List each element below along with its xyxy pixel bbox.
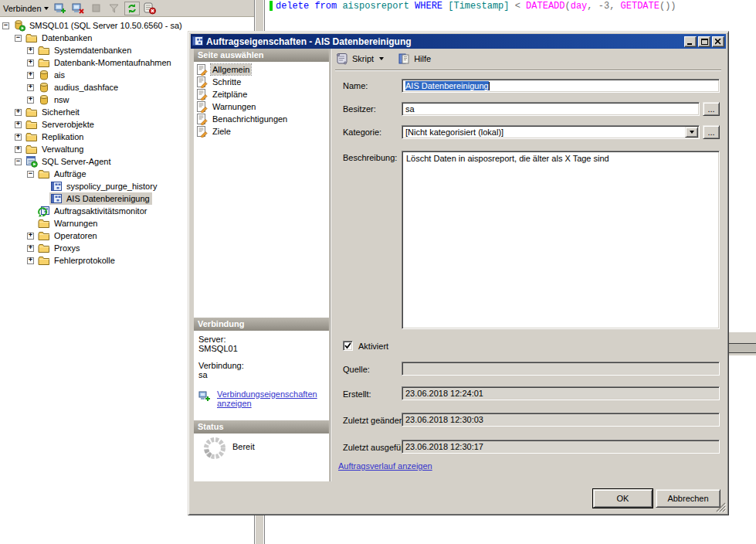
toolbar-separator	[335, 70, 721, 71]
collapse-icon[interactable]: −	[15, 35, 22, 42]
description-label: Beschreibung:	[343, 153, 397, 162]
tree-item-label: Auftragsaktivitätsmonitor	[53, 206, 148, 216]
expand-icon[interactable]: +	[27, 72, 34, 79]
expand-icon[interactable]: +	[27, 257, 34, 264]
folder-icon	[38, 242, 50, 254]
tree-item-label: Datenbank-Momentaufnahmen	[53, 57, 173, 68]
modified-field: 23.06.2018 12:30:03	[402, 413, 720, 427]
expand-icon[interactable]: +	[15, 109, 22, 116]
expand-icon[interactable]: +	[27, 47, 34, 54]
tree-item-label: Replikation	[40, 131, 85, 142]
folder-icon	[25, 131, 38, 143]
combo-dropdown-icon[interactable]	[685, 127, 698, 138]
created-field: 23.06.2018 12:24:01	[402, 386, 720, 400]
name-input[interactable]: AIS Datenbereinigung	[402, 79, 720, 93]
folder-icon	[25, 118, 38, 131]
category-select[interactable]: [Nicht kategorisiert (lokal)]	[402, 125, 700, 139]
tree-item[interactable]: −SMSQL01 (SQL Server 10.50.6560 - sa)	[0, 19, 254, 32]
expand-icon[interactable]: +	[27, 60, 34, 66]
script-icon[interactable]	[335, 53, 348, 65]
job-icon	[50, 192, 63, 205]
tree-item-label: Datenbanken	[40, 32, 93, 43]
connection-label: Verbindung:	[198, 361, 326, 370]
owner-browse-button[interactable]: ...	[703, 102, 720, 116]
folder-icon	[25, 143, 38, 155]
folder-icon	[38, 217, 50, 230]
script-button[interactable]: Skript	[352, 54, 374, 63]
folder-icon	[38, 44, 50, 56]
progress-spinner-icon	[202, 436, 227, 462]
filter-icon	[107, 2, 122, 15]
source-field	[402, 362, 720, 376]
script-error-icon[interactable]	[142, 2, 158, 15]
enabled-label: Aktiviert	[358, 342, 388, 351]
resize-grip[interactable]	[716, 502, 726, 512]
query-token: ())	[659, 1, 676, 12]
page-icon	[195, 63, 208, 76]
script-dropdown-icon[interactable]	[379, 57, 384, 60]
collapse-icon[interactable]: −	[15, 158, 22, 165]
dialog-title: Auftragseigenschaften - AIS Datenbereini…	[206, 36, 683, 47]
query-token: aisposreport	[342, 1, 415, 12]
category-label: Kategorie:	[343, 128, 381, 137]
connect-dropdown-button[interactable]: Verbinden	[1, 3, 51, 14]
enabled-checkbox[interactable]	[343, 341, 353, 351]
monitor-icon	[38, 205, 50, 217]
tree-item-label: SMSQL01 (SQL Server 10.50.6560 - sa)	[28, 20, 184, 31]
tree-item-label: Proxys	[53, 243, 82, 253]
name-label: Name:	[343, 81, 368, 90]
page-item-ziele[interactable]: Ziele	[195, 125, 327, 138]
help-button[interactable]: Hilfe	[414, 54, 431, 63]
ok-button[interactable]: OK	[593, 489, 653, 508]
owner-input[interactable]: sa	[402, 102, 700, 116]
job-history-link[interactable]: Auftragsverlauf anzeigen	[338, 461, 432, 471]
category-value: [Nicht kategorisiert (lokal)]	[405, 128, 503, 137]
expand-icon[interactable]: +	[27, 233, 34, 240]
executed-field: 23.06.2018 12:30:17	[402, 440, 720, 454]
category-browse-button[interactable]: ...	[703, 125, 720, 139]
help-icon[interactable]	[398, 53, 410, 65]
expand-icon[interactable]: +	[15, 121, 22, 128]
connection-header: Verbindung	[194, 318, 329, 331]
tree-item-label: Warnungen	[53, 218, 99, 229]
page-icon	[195, 76, 208, 88]
database-icon	[38, 94, 50, 106]
dialog-titlebar[interactable]: Auftragseigenschaften - AIS Datenbereini…	[191, 34, 726, 49]
maximize-button[interactable]	[698, 36, 710, 47]
folder-icon	[38, 230, 50, 242]
collapse-icon[interactable]: −	[2, 22, 9, 29]
view-connection-properties-link[interactable]: Verbindungseigenschaften anzeigen	[217, 389, 328, 408]
query-token: WHERE	[415, 1, 448, 12]
query-token: (	[565, 1, 571, 12]
expand-icon[interactable]: +	[27, 84, 34, 91]
page-item-schritte[interactable]: Schritte	[195, 76, 327, 88]
connect-server-icon[interactable]	[53, 2, 69, 15]
page-item-benachrichtigungen[interactable]: Benachrichtigungen	[195, 113, 327, 125]
query-text: delete from aisposreport WHERE [Timestam…	[276, 1, 676, 12]
cancel-button[interactable]: Abbrechen	[656, 489, 720, 508]
tree-item-label: syspolicy_purge_history	[65, 181, 158, 192]
expand-icon[interactable]: +	[27, 245, 34, 252]
tree-item-label: Sicherheit	[40, 107, 81, 117]
chevron-down-icon	[44, 7, 49, 10]
minimize-button[interactable]	[684, 36, 697, 47]
refresh-icon[interactable]	[124, 2, 140, 15]
page-item-allgemein[interactable]: Allgemein	[195, 63, 327, 76]
close-button[interactable]	[712, 36, 724, 47]
agent-icon	[25, 155, 38, 168]
expand-icon[interactable]: +	[15, 146, 22, 153]
folder-icon	[38, 56, 50, 69]
disconnect-server-icon[interactable]	[71, 2, 86, 15]
description-textarea[interactable]: Löscht Daten in aisposreport, die älter …	[402, 151, 720, 329]
expand-icon[interactable]: +	[27, 97, 34, 104]
tree-item-label: Serverobjekte	[40, 119, 96, 130]
text-cursor	[489, 82, 490, 90]
query-token: GETDATE	[621, 1, 659, 12]
page-item-warnungen[interactable]: Warnungen	[195, 100, 327, 113]
collapse-icon[interactable]: −	[27, 171, 34, 178]
page-icon	[195, 88, 208, 100]
page-item-zeitpläne[interactable]: Zeitpläne	[195, 88, 327, 100]
modified-label: Zuletzt geändert:	[343, 416, 407, 425]
page-icon	[195, 113, 208, 125]
expand-icon[interactable]: +	[15, 134, 22, 141]
